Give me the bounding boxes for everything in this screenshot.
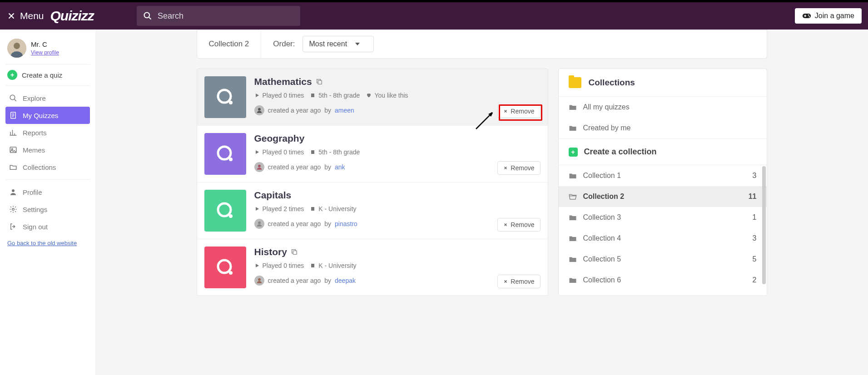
quiz-card[interactable]: Mathematics Played 0 times 5th - 8th gra… — [197, 69, 548, 126]
sidebar-item-profile[interactable]: Profile — [5, 183, 90, 201]
view-profile-link[interactable]: View profile — [31, 49, 59, 56]
grade-range: 5th - 8th grade — [318, 148, 360, 156]
svg-point-25 — [218, 260, 231, 273]
nav-list: Explore My Quizzes Reports Memes Collect… — [5, 86, 90, 180]
created-label: created a year ago — [268, 107, 321, 114]
all-quizzes-item[interactable]: All my quizzes — [559, 97, 767, 118]
sidebar-item-explore[interactable]: Explore — [5, 89, 90, 107]
book-icon — [310, 263, 316, 268]
book-icon — [310, 206, 316, 212]
svg-point-2 — [808, 15, 809, 16]
author-avatar — [254, 162, 264, 172]
author-link[interactable]: ameen — [335, 107, 354, 114]
sidebar-item-signout[interactable]: Sign out — [5, 218, 90, 235]
menu-label: Menu — [20, 10, 44, 21]
plus-icon: + — [7, 70, 17, 80]
profile-name: Mr. C — [31, 40, 59, 48]
like-label: You like this — [374, 92, 408, 99]
close-icon — [503, 109, 508, 113]
quiz-list: Mathematics Played 0 times 5th - 8th gra… — [197, 69, 548, 296]
content-header: Collection 2 Order: Most recent — [197, 30, 767, 59]
menu-button[interactable]: Menu — [6, 10, 44, 21]
old-website-link[interactable]: Go back to the old website — [5, 233, 79, 253]
sidebar-item-collections[interactable]: Collections — [5, 158, 90, 176]
remove-button[interactable]: Remove — [497, 218, 540, 232]
by-label: by — [324, 163, 331, 171]
svg-point-16 — [229, 101, 233, 104]
collection-name: Collection 2 — [583, 192, 625, 201]
collection-item[interactable]: Collection 3 1 — [559, 207, 767, 228]
author-link[interactable]: pinastro — [335, 220, 357, 227]
collection-name: Collection 1 — [583, 172, 621, 180]
collection-count: 5 — [753, 255, 757, 263]
quiz-card[interactable]: Geography Played 0 times 5th - 8th grade… — [197, 126, 548, 183]
svg-point-9 — [10, 95, 15, 100]
svg-point-28 — [258, 278, 261, 281]
quiz-thumbnail — [204, 76, 246, 118]
created-by-me-item[interactable]: Created by me — [559, 118, 767, 138]
gamepad-icon — [802, 13, 811, 19]
sidebar-item-settings[interactable]: Settings — [5, 201, 90, 218]
quiz-card[interactable]: Capitals Played 2 times K - University c… — [197, 183, 548, 239]
created-label: created a year ago — [268, 277, 321, 284]
play-count: Played 0 times — [263, 148, 304, 156]
quiz-thumbnail — [204, 133, 246, 175]
collection-count: 3 — [753, 172, 757, 180]
author-link[interactable]: deepak — [335, 277, 356, 284]
collection-item[interactable]: Collection 4 3 — [559, 228, 767, 249]
copy-icon — [291, 248, 298, 256]
folder-icon — [569, 124, 577, 132]
join-game-button[interactable]: Join a game — [795, 8, 862, 24]
collection-item[interactable]: Collection 1 3 — [559, 165, 767, 186]
collection-name: Collection 5 — [583, 255, 621, 263]
svg-point-7 — [14, 43, 20, 49]
svg-point-13 — [12, 189, 15, 192]
svg-point-0 — [144, 13, 149, 18]
scrollbar[interactable] — [762, 166, 766, 284]
svg-point-22 — [218, 203, 231, 216]
collection-item[interactable]: Collection 2 11 — [559, 186, 767, 207]
profile-block: Mr. C View profile — [5, 35, 90, 64]
search-input[interactable] — [158, 11, 294, 21]
logo[interactable]: Quizizz — [50, 8, 94, 24]
chevron-down-icon — [355, 43, 360, 45]
sidebar-item-memes[interactable]: Memes — [5, 141, 90, 158]
sidebar-item-my-quizzes[interactable]: My Quizzes — [5, 107, 90, 124]
create-collection-button[interactable]: + Create a collection — [559, 139, 767, 165]
signout-icon — [9, 222, 17, 231]
create-quiz-button[interactable]: + Create a quiz — [5, 64, 90, 86]
svg-point-18 — [258, 108, 261, 111]
quiz-card[interactable]: History Played 0 times K - University cr… — [197, 239, 548, 296]
svg-point-20 — [229, 158, 233, 161]
create-collection-label: Create a collection — [584, 147, 657, 157]
sidebar-item-reports[interactable]: Reports — [5, 124, 90, 141]
collection-title: Collection 2 — [197, 30, 262, 58]
order-control: Order: Most recent — [261, 36, 386, 52]
by-label: by — [324, 277, 331, 284]
play-count: Played 0 times — [263, 92, 304, 99]
svg-rect-27 — [293, 251, 297, 254]
folder-open-icon — [9, 163, 17, 171]
author-link[interactable]: ank — [335, 163, 345, 171]
svg-point-24 — [258, 222, 261, 224]
search-icon — [143, 11, 152, 20]
remove-label: Remove — [511, 108, 534, 115]
order-dropdown[interactable]: Most recent — [303, 36, 374, 52]
remove-button[interactable]: Remove — [497, 104, 540, 118]
search-icon — [9, 94, 17, 102]
account-list: Profile Settings Sign out — [5, 180, 90, 239]
svg-rect-1 — [803, 14, 811, 18]
quizizz-q-icon — [214, 257, 236, 278]
collection-item[interactable]: Collection 5 5 — [559, 249, 767, 270]
play-icon — [254, 206, 260, 212]
avatar[interactable] — [7, 39, 26, 58]
search-box[interactable] — [137, 6, 300, 26]
close-icon — [503, 166, 508, 170]
remove-button[interactable]: Remove — [497, 275, 540, 288]
collection-name: Collection 6 — [583, 276, 621, 284]
svg-point-3 — [808, 16, 810, 17]
document-icon — [9, 111, 17, 119]
join-game-label: Join a game — [815, 12, 854, 20]
collection-item[interactable]: Collection 6 2 — [559, 270, 767, 291]
remove-button[interactable]: Remove — [497, 161, 540, 175]
